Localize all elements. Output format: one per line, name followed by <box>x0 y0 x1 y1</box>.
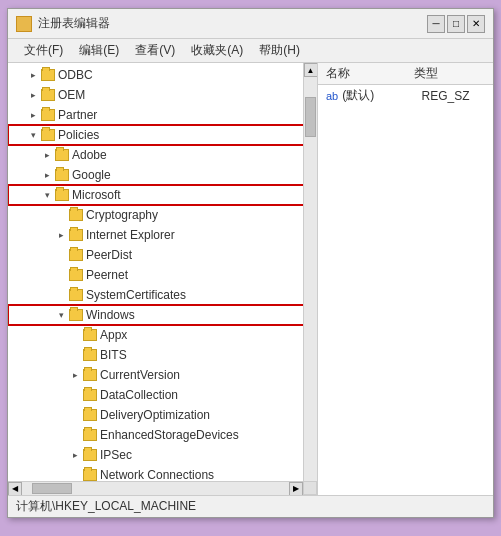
tree-item-odbc[interactable]: ODBC <box>8 65 317 85</box>
tree-label-ipsec: IPSec <box>100 448 132 462</box>
scroll-left-button[interactable]: ◀ <box>8 482 22 496</box>
tree-item-ipsec[interactable]: IPSec <box>8 445 317 465</box>
tree-label-adobe: Adobe <box>72 148 107 162</box>
tree-label-datacollection: DataCollection <box>100 388 178 402</box>
value-type: REG_SZ <box>422 89 485 103</box>
folder-icon-cryptography <box>69 209 83 221</box>
tree-item-peerdist[interactable]: PeerDist <box>8 245 317 265</box>
folder-icon-currentversion <box>83 369 97 381</box>
folder-icon-google <box>55 169 69 181</box>
folder-icon-datacollection <box>83 389 97 401</box>
expander-cryptography <box>54 208 68 222</box>
tree-label-appx: Appx <box>100 328 127 342</box>
tree-label-cryptography: Cryptography <box>86 208 158 222</box>
tree-item-windows[interactable]: Windows <box>8 305 317 325</box>
maximize-button[interactable]: □ <box>447 15 465 33</box>
window-title: 注册表编辑器 <box>38 15 421 32</box>
folder-icon-peerdist <box>69 249 83 261</box>
folder-icon-oem <box>41 89 55 101</box>
tree-label-deliveryopt: DeliveryOptimization <box>100 408 210 422</box>
folder-icon-policies <box>41 129 55 141</box>
tree-label-netconn: Network Connections <box>100 468 214 482</box>
col-type-header: 类型 <box>414 65 485 82</box>
tree-item-currentversion[interactable]: CurrentVersion <box>8 365 317 385</box>
tree-label-ie: Internet Explorer <box>86 228 175 242</box>
expander-peerdist <box>54 248 68 262</box>
folder-icon-deliveryopt <box>83 409 97 421</box>
scroll-right-button[interactable]: ▶ <box>289 482 303 496</box>
tree-item-oem[interactable]: OEM <box>8 85 317 105</box>
tree-item-adobe[interactable]: Adobe <box>8 145 317 165</box>
tree-item-deliveryopt[interactable]: DeliveryOptimization <box>8 405 317 425</box>
menu-help[interactable]: 帮助(H) <box>251 40 308 61</box>
tree-label-bits: BITS <box>100 348 127 362</box>
expander-bits <box>68 348 82 362</box>
tree-label-peernet: Peernet <box>86 268 128 282</box>
tree-item-syscerts[interactable]: SystemCertificates <box>8 285 317 305</box>
tree-item-cryptography[interactable]: Cryptography <box>8 205 317 225</box>
tree-item-enhancedstorage[interactable]: EnhancedStorageDevices <box>8 425 317 445</box>
close-button[interactable]: ✕ <box>467 15 485 33</box>
folder-icon-enhancedstorage <box>83 429 97 441</box>
registry-value-row[interactable]: ab (默认) REG_SZ <box>318 85 493 106</box>
registry-values-panel: 名称 类型 ab (默认) REG_SZ <box>318 63 493 495</box>
folder-icon-microsoft <box>55 189 69 201</box>
folder-icon-peernet <box>69 269 83 281</box>
expander-netconn <box>68 468 82 482</box>
tree-label-enhancedstorage: EnhancedStorageDevices <box>100 428 239 442</box>
minimize-button[interactable]: ─ <box>427 15 445 33</box>
ab-label: ab <box>326 90 338 102</box>
tree-item-datacollection[interactable]: DataCollection <box>8 385 317 405</box>
tree-item-appx[interactable]: Appx <box>8 325 317 345</box>
menu-favorites[interactable]: 收藏夹(A) <box>183 40 251 61</box>
folder-icon-ipsec <box>83 449 97 461</box>
folder-icon-bits <box>83 349 97 361</box>
tree-item-microsoft[interactable]: Microsoft <box>8 185 317 205</box>
main-content: ODBC OEM Partner <box>8 63 493 495</box>
menu-edit[interactable]: 编辑(E) <box>71 40 127 61</box>
title-bar: 注册表编辑器 ─ □ ✕ <box>8 9 493 39</box>
tree-label-odbc: ODBC <box>58 68 93 82</box>
menu-view[interactable]: 查看(V) <box>127 40 183 61</box>
expander-oem <box>26 88 40 102</box>
col-name-header: 名称 <box>326 65 414 82</box>
tree-item-ie[interactable]: Internet Explorer <box>8 225 317 245</box>
tree-item-policies[interactable]: Policies <box>8 125 317 145</box>
scrollbar-corner <box>303 481 317 495</box>
folder-icon-adobe <box>55 149 69 161</box>
tree-item-google[interactable]: Google <box>8 165 317 185</box>
tree-label-windows: Windows <box>86 308 135 322</box>
expander-odbc <box>26 68 40 82</box>
status-bar: 计算机\HKEY_LOCAL_MACHINE <box>8 495 493 517</box>
expander-enhancedstorage <box>68 428 82 442</box>
folder-icon-ie <box>69 229 83 241</box>
tree-item-peernet[interactable]: Peernet <box>8 265 317 285</box>
tree-label-policies: Policies <box>58 128 99 142</box>
folder-icon-appx <box>83 329 97 341</box>
menu-file[interactable]: 文件(F) <box>16 40 71 61</box>
menu-bar: 文件(F) 编辑(E) 查看(V) 收藏夹(A) 帮助(H) <box>8 39 493 63</box>
tree-item-bits[interactable]: BITS <box>8 345 317 365</box>
registry-tree-panel: ODBC OEM Partner <box>8 63 318 495</box>
window-controls: ─ □ ✕ <box>427 15 485 33</box>
status-text: 计算机\HKEY_LOCAL_MACHINE <box>16 498 196 515</box>
tree-label-syscerts: SystemCertificates <box>86 288 186 302</box>
expander-peernet <box>54 268 68 282</box>
horizontal-scrollbar[interactable]: ◀ ▶ <box>8 481 303 495</box>
scroll-up-button[interactable]: ▲ <box>304 63 318 77</box>
expander-windows <box>54 308 68 322</box>
expander-deliveryopt <box>68 408 82 422</box>
expander-ipsec <box>68 448 82 462</box>
tree-label-partner: Partner <box>58 108 97 122</box>
folder-icon-partner <box>41 109 55 121</box>
tree-item-partner[interactable]: Partner <box>8 105 317 125</box>
expander-appx <box>68 328 82 342</box>
regedit-window: 注册表编辑器 ─ □ ✕ 文件(F) 编辑(E) 查看(V) 收藏夹(A) 帮助… <box>7 8 494 518</box>
vertical-scrollbar[interactable]: ▲ ▼ <box>303 63 317 495</box>
expander-adobe <box>40 148 54 162</box>
expander-datacollection <box>68 388 82 402</box>
scroll-thumb[interactable] <box>305 97 316 137</box>
expander-syscerts <box>54 288 68 302</box>
folder-icon-odbc <box>41 69 55 81</box>
scroll-h-thumb[interactable] <box>32 483 72 494</box>
